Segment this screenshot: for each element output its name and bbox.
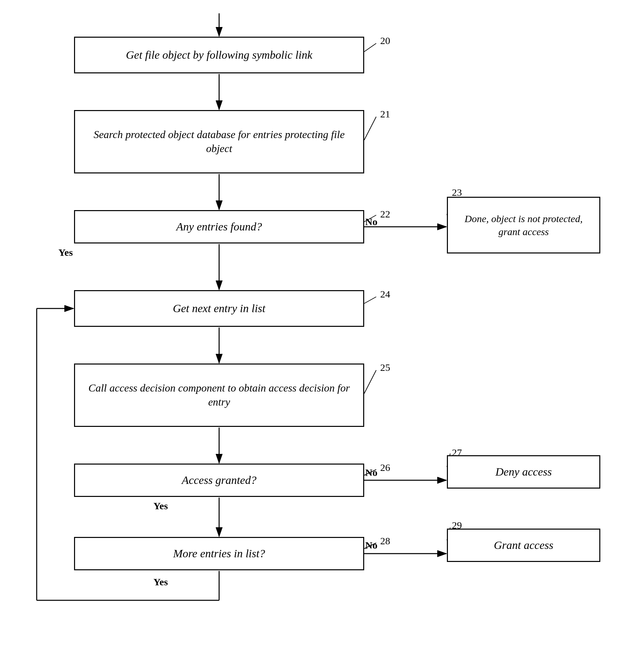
- box-get-file-object: Get file object by following symbolic li…: [74, 37, 364, 73]
- box-more-entries: More entries in list?: [74, 537, 364, 570]
- box-done-not-protected: Done, object is not protected, grant acc…: [447, 197, 600, 253]
- ref-21: 21: [380, 108, 390, 120]
- box-access-granted: Access granted?: [74, 463, 364, 497]
- box-any-entries-found: Any entries found?: [74, 210, 364, 244]
- box-get-next-entry: Get next entry in list: [74, 290, 364, 327]
- ref-26: 26: [380, 462, 390, 473]
- ref-20: 20: [380, 35, 390, 46]
- ref-22: 22: [380, 208, 390, 220]
- box-deny-access: Deny access: [447, 455, 600, 489]
- ref-28: 28: [380, 535, 390, 547]
- box-search-protected-db: Search protected object database for ent…: [74, 110, 364, 173]
- label-no-26: No: [365, 467, 378, 478]
- ref-29: 29: [452, 519, 462, 531]
- label-yes-28: Yes: [153, 576, 168, 588]
- label-no-28: No: [365, 539, 378, 551]
- svg-line-15: [364, 43, 376, 52]
- label-yes-22: Yes: [58, 247, 73, 258]
- flowchart-diagram: Get file object by following symbolic li…: [0, 0, 644, 665]
- ref-24: 24: [380, 288, 390, 300]
- box-grant-access: Grant access: [447, 529, 600, 562]
- svg-line-20: [364, 370, 376, 394]
- ref-27: 27: [452, 447, 462, 458]
- svg-line-16: [364, 117, 376, 140]
- label-yes-26: Yes: [153, 500, 168, 512]
- svg-line-19: [364, 297, 376, 303]
- ref-25: 25: [380, 362, 390, 373]
- ref-23: 23: [452, 187, 462, 198]
- box-call-access-decision: Call access decision component to obtain…: [74, 363, 364, 427]
- label-no-22: No: [365, 216, 378, 227]
